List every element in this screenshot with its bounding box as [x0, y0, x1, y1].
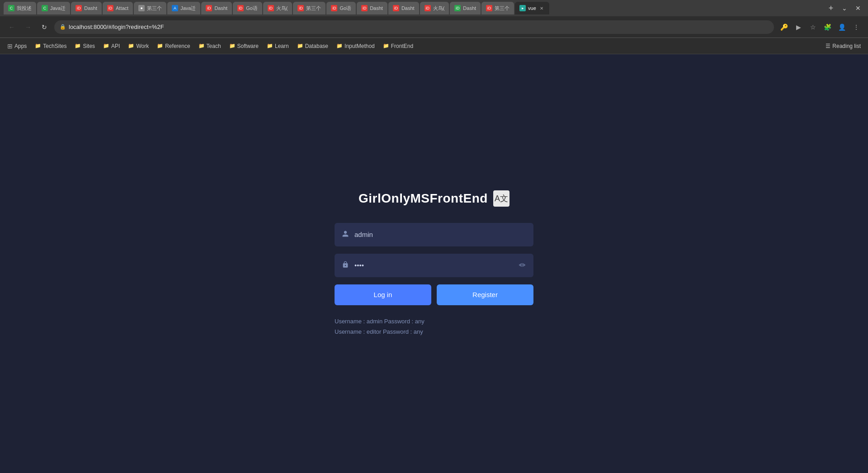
browser-tab[interactable]: A Java迁 [167, 2, 200, 14]
toolbar-right: 🔑 ▶ ☆ 🧩 👤 ⋮ [778, 21, 863, 33]
tab-bar: C 我投述 C Java迁 iD Dasht iD Attact ● 第三个 A… [0, 0, 868, 16]
reading-list-button[interactable]: ☰ Reading list [822, 41, 864, 52]
browser-tab[interactable]: iD 第三个 [293, 2, 326, 14]
login-button[interactable]: Log in [335, 284, 431, 305]
reading-list-icon: ☰ [826, 43, 830, 49]
tab-overflow-button[interactable]: ⌄ [838, 2, 851, 14]
bookmark-item[interactable]: 📁Reference [153, 41, 193, 52]
browser-tab[interactable]: iD Dasht [388, 2, 419, 14]
browser-chrome: C 我投述 C Java迁 iD Dasht iD Attact ● 第三个 A… [0, 0, 868, 54]
browser-tab[interactable]: iD Go语 [326, 2, 356, 14]
bookmark-item[interactable]: 📁InputMethod [333, 41, 378, 52]
extensions-icon[interactable]: 🧩 [821, 21, 834, 33]
browser-tab[interactable]: iD 火鸟( [263, 2, 292, 14]
bookmark-item[interactable]: 📁TechSites [31, 41, 70, 52]
star-icon[interactable]: ☆ [807, 21, 819, 33]
new-tab-button[interactable]: + [825, 2, 837, 14]
app-title-row: GirlOnlyMSFrontEnd A文 [359, 190, 509, 207]
back-button[interactable]: ← [5, 21, 18, 33]
password-input-group [335, 254, 533, 277]
reload-button[interactable]: ↻ [38, 21, 51, 33]
browser-tab[interactable]: iD Dasht [71, 2, 102, 14]
browser-tab[interactable]: ● 第三个 [134, 2, 166, 14]
app-title: GirlOnlyMSFrontEnd [359, 191, 488, 206]
bookmark-item[interactable]: 📁API [99, 41, 123, 52]
bookmark-item[interactable]: 📁Database [293, 41, 332, 52]
translate-icon[interactable]: A文 [493, 190, 509, 207]
bookmark-item[interactable]: 📁Learn [263, 41, 292, 52]
lock-field-icon [342, 261, 349, 270]
browser-tab[interactable]: iD 第三个 [481, 2, 514, 14]
bookmark-item[interactable]: 📁FrontEnd [379, 41, 417, 52]
reading-list-label: Reading list [832, 43, 861, 49]
hint-editor: Username : editor Password : any [335, 326, 533, 337]
button-row: Log in Register [335, 284, 533, 305]
bookmark-item[interactable]: 📁Work [124, 41, 152, 52]
cast-icon[interactable]: ▶ [792, 21, 805, 33]
bookmark-item[interactable]: 📁Sites [71, 41, 99, 52]
browser-tab[interactable]: C Java迁 [37, 2, 70, 14]
browser-tab[interactable]: iD 火鸟( [420, 2, 449, 14]
browser-tab[interactable]: iD Dasht [450, 2, 481, 14]
browser-tab[interactable]: iD Dasht [357, 2, 387, 14]
bookmarks-bar: ⊞Apps📁TechSites📁Sites📁API📁Work📁Reference… [0, 38, 868, 54]
login-container: GirlOnlyMSFrontEnd A文 [335, 190, 533, 337]
forward-button[interactable]: → [22, 21, 34, 33]
bookmark-item[interactable]: 📁Software [226, 41, 262, 52]
register-button[interactable]: Register [437, 284, 533, 305]
browser-tab[interactable]: ▸ vue ✕ [515, 2, 549, 14]
username-field[interactable] [354, 231, 526, 238]
lock-icon: 🔒 [60, 24, 66, 30]
password-field[interactable] [354, 261, 513, 269]
user-icon [342, 230, 349, 239]
browser-tab[interactable]: iD Dasht [201, 2, 232, 14]
browser-tab[interactable]: iD Go语 [233, 2, 262, 14]
menu-icon[interactable]: ⋮ [850, 21, 863, 33]
browser-tab[interactable]: C 我投述 [4, 2, 36, 14]
main-content: GirlOnlyMSFrontEnd A文 [0, 54, 868, 473]
address-text: localhost:8000/#/login?redirect=%2F [69, 24, 164, 30]
username-input-group [335, 223, 533, 246]
password-toggle-icon[interactable] [518, 261, 526, 270]
hint-admin: Username : admin Password : any [335, 316, 533, 326]
hint-section: Username : admin Password : any Username… [335, 316, 533, 337]
key-icon[interactable]: 🔑 [778, 21, 790, 33]
profile-icon[interactable]: 👤 [835, 21, 848, 33]
address-bar: ← → ↻ 🔒 localhost:8000/#/login?redirect=… [0, 16, 868, 38]
browser-tab[interactable]: iD Attact [103, 2, 133, 14]
close-window-button[interactable]: ✕ [852, 2, 864, 14]
address-input[interactable]: 🔒 localhost:8000/#/login?redirect=%2F [54, 20, 774, 34]
bookmark-item[interactable]: ⊞Apps [4, 41, 30, 52]
bookmark-item[interactable]: 📁Teach [195, 41, 225, 52]
